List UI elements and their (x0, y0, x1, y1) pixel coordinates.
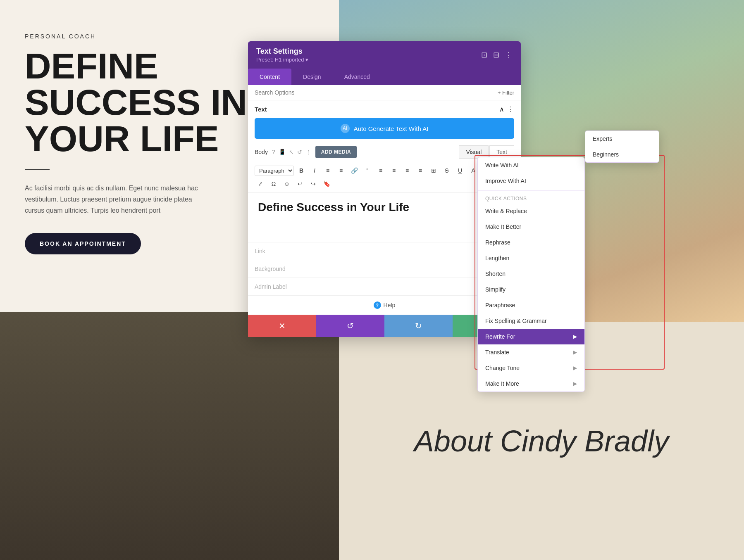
panel-preset[interactable]: Preset: H1 imported ▾ (256, 57, 308, 63)
align-justify-btn[interactable]: ≡ (415, 165, 426, 176)
book-appointment-button[interactable]: BOOK AN APPOINTMENT (25, 233, 141, 254)
undo-editor-btn[interactable]: ↩ (294, 178, 306, 190)
columns-icon[interactable]: ⊟ (493, 50, 499, 59)
ai-lengthen[interactable]: Lengthen (478, 250, 584, 266)
fullscreen-editor-btn[interactable]: ⤢ (255, 178, 266, 190)
shorten-label: Shorten (485, 271, 506, 277)
tab-content[interactable]: Content (248, 69, 291, 85)
redo-editor-btn[interactable]: ↪ (308, 178, 319, 190)
section-controls: ∧ ⋮ (499, 105, 514, 113)
ai-make-it-more[interactable]: Make It More ▶ (478, 376, 584, 392)
ai-rephrase[interactable]: Rephrase (478, 235, 584, 250)
quote-btn[interactable]: " (362, 165, 373, 176)
text-section-label: Text (255, 106, 267, 113)
ai-generate-button[interactable]: AI Auto Generate Text With AI (255, 118, 514, 139)
add-media-button[interactable]: ADD MEDIA (315, 146, 357, 158)
rewrite-for-submenu: Experts Beginners (585, 131, 659, 163)
undo-footer-btn[interactable]: ↺ (316, 315, 384, 337)
ol-btn[interactable]: ≡ (335, 165, 347, 176)
italic-btn[interactable]: I (309, 165, 320, 176)
dropdown-divider-1 (478, 190, 584, 191)
more-small-icon[interactable]: ⋮ (305, 149, 311, 155)
ai-dropdown-menu: Write With AI Improve With AI Quick Acti… (477, 157, 585, 392)
make-it-more-chevron: ▶ (573, 381, 577, 387)
help-small-icon[interactable]: ? (272, 149, 275, 155)
beginners-label: Beginners (593, 151, 619, 158)
ai-translate[interactable]: Translate ▶ (478, 344, 584, 360)
ai-make-better[interactable]: Make It Better (478, 219, 584, 235)
translate-label: Translate (485, 349, 509, 356)
emoji-btn[interactable]: ☺ (281, 178, 293, 190)
website-bottom-left (0, 312, 339, 560)
table-btn[interactable]: ⊞ (428, 165, 439, 176)
paragraph-select[interactable]: Paragraph Heading 1 Heading 2 (255, 166, 294, 176)
ai-simplify[interactable]: Simplify (478, 282, 584, 297)
quick-actions-label: Quick Actions (478, 192, 584, 203)
filter-button[interactable]: + Filter (498, 90, 514, 96)
experts-label: Experts (593, 135, 612, 142)
body-label: Body (255, 149, 268, 155)
background-label: Background (255, 266, 286, 272)
align-left-btn[interactable]: ≡ (375, 165, 386, 176)
link-btn[interactable]: 🔗 (348, 165, 360, 176)
ai-icon: AI (341, 124, 350, 133)
ul-btn[interactable]: ≡ (322, 165, 334, 176)
personal-coach-label: PERSONAL COACH (25, 33, 314, 40)
underline-btn[interactable]: U (454, 165, 466, 176)
align-center-btn[interactable]: ≡ (388, 165, 400, 176)
bold-btn[interactable]: B (296, 165, 307, 176)
rewrite-for-label: Rewrite For (485, 333, 515, 340)
special-btn[interactable]: 🔖 (321, 178, 332, 190)
hero-divider (25, 169, 50, 170)
redo-footer-btn[interactable]: ↻ (384, 315, 453, 337)
panel-header-icons: ⊡ ⊟ ⋮ (481, 50, 513, 59)
about-text: About Cindy Bradly (414, 424, 669, 458)
rephrase-label: Rephrase (485, 239, 510, 246)
section-more-icon[interactable]: ⋮ (508, 105, 514, 113)
ai-rewrite-for[interactable]: Rewrite For ▶ (478, 329, 584, 344)
lengthen-label: Lengthen (485, 255, 509, 261)
collapse-icon[interactable]: ∧ (499, 105, 504, 113)
improve-with-ai-label: Improve With AI (485, 178, 526, 184)
panel-header: Text Settings Preset: H1 imported ▾ ⊡ ⊟ … (248, 41, 521, 69)
panel-search-bar: + Filter (248, 85, 521, 100)
change-tone-label: Change Tone (485, 365, 520, 371)
cursor-icon[interactable]: ↖ (289, 149, 294, 155)
fullscreen-icon[interactable]: ⊡ (481, 50, 487, 59)
undo-small-icon[interactable]: ↺ (297, 149, 302, 155)
admin-label: Admin Label (255, 283, 287, 290)
align-right-btn[interactable]: ≡ (401, 165, 413, 176)
close-footer-btn[interactable]: ✕ (248, 315, 316, 337)
editor-content[interactable]: Define Success in Your Life (258, 201, 511, 214)
omega-btn[interactable]: Ω (268, 178, 279, 190)
tab-design[interactable]: Design (291, 69, 333, 85)
ai-fix-spelling[interactable]: Fix Spelling & Grammar (478, 313, 584, 329)
write-replace-label: Write & Replace (485, 208, 527, 214)
body-icons: ? 📱 ↖ ↺ ⋮ (272, 149, 311, 155)
ai-change-tone[interactable]: Change Tone ▶ (478, 360, 584, 376)
strikethrough-btn[interactable]: S (441, 165, 453, 176)
text-section-header: Text ∧ ⋮ (248, 100, 521, 115)
ai-write-replace[interactable]: Write & Replace (478, 203, 584, 219)
tab-advanced[interactable]: Advanced (333, 69, 382, 85)
make-it-more-label: Make It More (485, 380, 519, 387)
simplify-label: Simplify (485, 286, 506, 293)
link-label: Link (255, 248, 265, 254)
submenu-experts[interactable]: Experts (585, 131, 659, 147)
ai-paraphrase[interactable]: Paraphrase (478, 297, 584, 313)
help-label: Help (384, 302, 396, 308)
hero-text: Ac facilisi morbi quis ac dis nullam. Eg… (25, 183, 198, 216)
panel-header-info: Text Settings Preset: H1 imported ▾ (256, 47, 308, 63)
search-options-input[interactable] (255, 89, 337, 96)
write-with-ai-label: Write With AI (485, 162, 519, 168)
ai-write-with-ai[interactable]: Write With AI (478, 157, 584, 173)
more-options-icon[interactable]: ⋮ (505, 50, 513, 59)
mobile-icon[interactable]: 📱 (279, 149, 286, 155)
ai-improve-with-ai[interactable]: Improve With AI (478, 173, 584, 189)
panel-tabs: Content Design Advanced (248, 69, 521, 85)
panel-title: Text Settings (256, 47, 308, 56)
rewrite-for-chevron: ▶ (573, 334, 577, 339)
ai-shorten[interactable]: Shorten (478, 266, 584, 282)
submenu-beginners[interactable]: Beginners (585, 147, 659, 162)
help-icon: ? (374, 301, 381, 309)
